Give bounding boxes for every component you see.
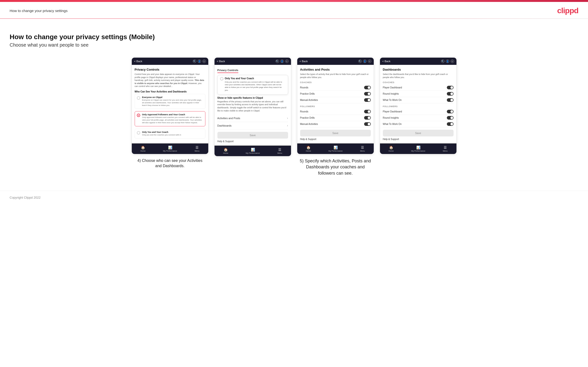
phone3-header: < Back 🔍 👤 ⚙ (297, 58, 374, 65)
phone2-header: < Back 🔍 👤 ⚙ (215, 58, 291, 65)
person-icon-2[interactable]: 👤 (280, 59, 284, 63)
toggle-d-coaches-player-switch[interactable] (447, 86, 454, 89)
nav-menu-1[interactable]: ☰ Menu (195, 146, 199, 152)
radio-approved[interactable] (137, 114, 140, 117)
radio-only-you[interactable] (137, 131, 140, 134)
nav-performance-3[interactable]: 📊 My Performance (329, 146, 343, 152)
phone4-bottom-nav: 🏠 Home 📊 My Performance ☰ Menu (380, 143, 457, 154)
settings-icon[interactable]: ⚙ (202, 59, 206, 63)
screen4-mockup: < Back 🔍 👤 ⚙ Dashboards Select the dashb… (380, 57, 457, 154)
chart-icon: 📊 (168, 146, 172, 149)
help-support-3: Help & Support (300, 136, 371, 141)
save-button-4[interactable]: Save (383, 130, 454, 136)
nav-home-2[interactable]: 🏠 Home (223, 148, 228, 154)
settings-icon-4[interactable]: ⚙ (451, 59, 454, 63)
privacy-controls-tab[interactable]: Privacy Controls (217, 69, 238, 73)
settings-icon-3[interactable]: ⚙ (368, 59, 371, 63)
nav-performance-2[interactable]: 📊 My Performance (246, 148, 260, 154)
save-button-2[interactable]: Save (217, 132, 288, 139)
toggle-coaches-manual-switch[interactable] (364, 98, 371, 102)
option-only-you[interactable]: Only You and Your Coach Only you and the… (135, 129, 205, 139)
popup-content: Only You and Your Coach Only you and the… (225, 77, 285, 92)
popup-radio-row: Only You and Your Coach Only you and the… (220, 77, 285, 92)
nav-menu-4[interactable]: ☰ Menu (443, 146, 448, 152)
person-icon-3[interactable]: 👤 (363, 59, 366, 63)
phone4-back[interactable]: < Back (382, 60, 390, 63)
phone1-bottom-nav: 🏠 Home 📊 My Performance ☰ Menu (132, 143, 208, 154)
help-support-2: Help & Support (217, 139, 288, 143)
toggle-followers-drills-switch[interactable] (364, 116, 371, 120)
search-icon-4[interactable]: 🔍 (441, 59, 444, 63)
toggle-d-followers-insights-switch[interactable] (447, 116, 454, 120)
phone2-icons: 🔍 👤 ⚙ (276, 59, 289, 63)
toggle-followers-rounds-switch[interactable] (364, 110, 371, 113)
search-icon-3[interactable]: 🔍 (358, 59, 362, 63)
footer: Copyright Clippd 2022 (0, 191, 588, 204)
phone3-back[interactable]: < Back (300, 60, 308, 63)
settings-icon-2[interactable]: ⚙ (285, 59, 289, 63)
header: How to change your privacy settings clip… (0, 2, 588, 18)
page-subtitle: Choose what you want people to see (10, 42, 578, 48)
nav-home-3[interactable]: 🏠 Home (306, 146, 311, 152)
person-icon[interactable]: 👤 (198, 59, 201, 63)
coaches-label: COACHES (300, 81, 371, 83)
home-icon-2: 🏠 (224, 148, 228, 151)
screenshots-row: < Back 🔍 👤 ⚙ Privacy Controls Control ho… (10, 57, 578, 176)
activities-posts-link[interactable]: Activities and Posts › (217, 115, 288, 122)
search-icon[interactable]: 🔍 (193, 59, 196, 63)
dashboards-link[interactable]: Dashboards › (217, 122, 288, 129)
privacy-controls-title: Privacy Controls (135, 68, 205, 71)
option-approved[interactable]: Only Approved Followers and Your Coach O… (135, 111, 205, 126)
option-only-you-text: Only You and Your Coach Only you and the… (142, 131, 181, 136)
nav-performance-4[interactable]: 📊 My Performance (411, 146, 425, 152)
screen2-group: < Back 🔍 👤 ⚙ Privacy Controls (214, 57, 291, 156)
main-content: How to change your privacy settings (Mob… (0, 28, 588, 191)
toggle-d-coaches-insights-switch[interactable] (447, 92, 454, 96)
toggle-followers-manual-switch[interactable] (364, 122, 371, 126)
who-can-see-title: Who Can See Your Activities and Dashboar… (135, 90, 205, 93)
toggle-d-coaches-player: Player Dashboard (383, 84, 454, 91)
toggle-d-coaches-workOn-switch[interactable] (447, 98, 454, 102)
phone2-body: Privacy Controls Only You and Your Coach… (215, 65, 291, 146)
page-title: How to change your privacy settings (Mob… (10, 33, 578, 41)
popup-radio (220, 77, 224, 80)
followers-label: FOLLOWERS (300, 105, 371, 108)
toggle-coaches-rounds-switch[interactable] (364, 86, 371, 89)
search-icon-2[interactable]: 🔍 (276, 59, 279, 63)
person-icon-4[interactable]: 👤 (446, 59, 449, 63)
toggle-d-coaches-insights: Round Insights (383, 91, 454, 97)
menu-icon-4: ☰ (444, 146, 447, 149)
nav-performance-1[interactable]: 📊 My Performance (163, 146, 177, 152)
chart-icon-3: 📊 (334, 146, 338, 149)
toggle-d-followers-workOn-switch[interactable] (447, 122, 454, 126)
home-icon-3: 🏠 (306, 146, 311, 149)
screen4-group: < Back 🔍 👤 ⚙ Dashboards Select the dashb… (380, 57, 457, 154)
chart-icon-2: 📊 (251, 148, 255, 151)
privacy-controls-desc: Control how you and your data appears to… (135, 73, 205, 88)
toggle-d-followers-player-switch[interactable] (447, 110, 454, 113)
nav-home-1[interactable]: 🏠 Home (140, 146, 146, 152)
toggle-coaches-drills-switch[interactable] (364, 92, 371, 96)
screen1-group: < Back 🔍 👤 ⚙ Privacy Controls Control ho… (131, 57, 208, 169)
home-icon-4: 🏠 (389, 146, 393, 149)
toggle-followers-rounds: Rounds (300, 108, 371, 115)
phone2-bottom-nav: 🏠 Home 📊 My Performance ☰ Menu (215, 146, 291, 156)
option-everyone[interactable]: Everyone on Clippd Everyone on Clippd ca… (135, 94, 205, 109)
activities-posts-title: Activities and Posts (300, 68, 371, 71)
phone4-header: < Back 🔍 👤 ⚙ (380, 58, 457, 65)
nav-menu-2[interactable]: ☰ Menu (277, 148, 282, 154)
phone2-back[interactable]: < Back (217, 60, 225, 63)
screen1-mockup: < Back 🔍 👤 ⚙ Privacy Controls Control ho… (131, 57, 208, 154)
nav-home-4[interactable]: 🏠 Home (389, 146, 394, 152)
radio-everyone[interactable] (137, 96, 140, 100)
screen4-caption: 5) Specify which Activities, Posts and D… (297, 158, 374, 176)
phone4-icons: 🔍 👤 ⚙ (441, 59, 454, 63)
toggle-coaches-rounds: Rounds (300, 84, 371, 91)
save-button-3[interactable]: Save (300, 130, 371, 136)
top-accent-bar (0, 0, 588, 2)
screen3-group: < Back 🔍 👤 ⚙ Activities and Posts Select… (297, 57, 374, 176)
dashboards-desc: Select the dashboards that you'd like to… (383, 73, 454, 79)
phone1-header: < Back 🔍 👤 ⚙ (132, 58, 208, 65)
nav-menu-3[interactable]: ☰ Menu (360, 146, 365, 152)
phone1-back[interactable]: < Back (134, 60, 142, 63)
